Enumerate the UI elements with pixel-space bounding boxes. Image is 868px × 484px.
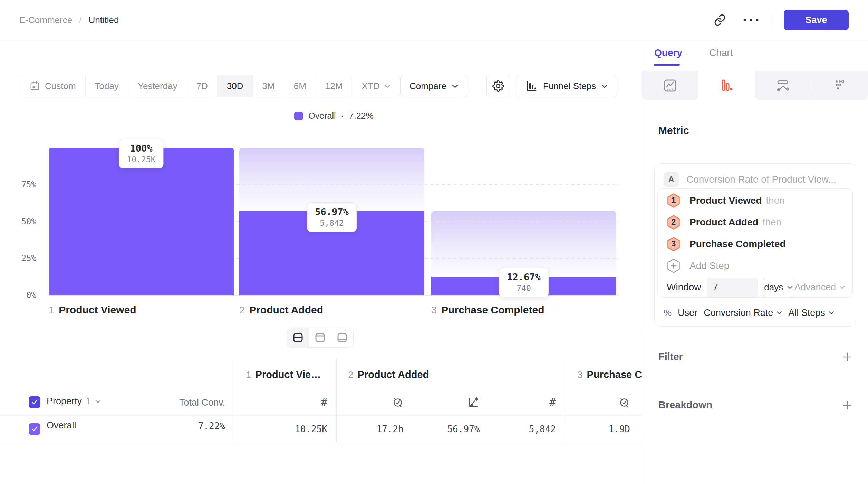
metric-header[interactable]: A Conversion Rate of Product View... bbox=[655, 164, 856, 187]
date-range-3m[interactable]: 3M bbox=[253, 75, 284, 97]
date-range-label: 12M bbox=[325, 81, 343, 91]
view-type-label: Funnel Steps bbox=[543, 81, 596, 91]
date-range-label: XTD bbox=[361, 81, 379, 91]
panel-tabs: Query Chart bbox=[654, 47, 733, 58]
date-range-custom[interactable]: Custom bbox=[20, 75, 86, 97]
row-total-conversion: 7.22% bbox=[131, 421, 225, 431]
tab-chart[interactable]: Chart bbox=[709, 47, 733, 58]
date-range-label: 6M bbox=[294, 81, 306, 91]
page-title[interactable]: Untitled bbox=[88, 15, 119, 26]
step-row-2[interactable]: 2 Product Added then bbox=[667, 211, 845, 233]
measured-metric-label: Conversion Rate bbox=[704, 308, 773, 318]
cell-step2-conversion: 56.97% bbox=[413, 424, 489, 434]
add-breakdown-button[interactable] bbox=[842, 400, 853, 411]
date-range-label: 7D bbox=[196, 81, 208, 91]
chevron-down-icon bbox=[95, 400, 101, 403]
gear-icon bbox=[492, 79, 505, 93]
measured-scope-label: All Steps bbox=[788, 308, 825, 318]
row-values-group3: 1.9D bbox=[565, 423, 640, 435]
measured-scope-dropdown[interactable]: All Steps bbox=[788, 308, 834, 318]
measured-entity[interactable]: User bbox=[678, 308, 697, 318]
funnel-bar-step-1[interactable]: 100% 10.25K bbox=[49, 148, 234, 295]
chart-type-flow[interactable] bbox=[755, 71, 812, 100]
main-content: Custom Today Yesterday 7D 30D 3M 6M 12M … bbox=[0, 40, 642, 484]
row-label: Overall bbox=[47, 420, 76, 431]
cell-step1-count: 10.25K bbox=[234, 424, 336, 434]
compare-label: Compare bbox=[409, 81, 446, 91]
dots-grid-icon bbox=[832, 78, 848, 94]
count-icon[interactable]: # bbox=[321, 396, 327, 408]
breadcrumb-project[interactable]: E-Commerce bbox=[19, 15, 72, 26]
date-range-today[interactable]: Today bbox=[86, 75, 128, 97]
select-all-checkbox[interactable] bbox=[29, 396, 40, 408]
bar-tooltip: 56.97% 5,842 bbox=[307, 202, 357, 232]
measured-as-row: % User Conversion Rate All Steps bbox=[664, 304, 849, 321]
table-group-step-2: 2 Product Added bbox=[348, 369, 429, 380]
total-conversion-header[interactable]: Total Conv. bbox=[131, 397, 225, 408]
step-label-3[interactable]: 3 Purchase Completed bbox=[431, 304, 544, 316]
group-name: Purchase Completed bbox=[587, 369, 642, 380]
time-to-convert-icon[interactable] bbox=[392, 396, 404, 408]
funnel-bar-step-2[interactable]: 56.97% 5,842 bbox=[239, 148, 424, 295]
chart-settings-button[interactable] bbox=[486, 75, 510, 97]
share-link-button[interactable] bbox=[709, 9, 731, 31]
date-range-12m[interactable]: 12M bbox=[316, 75, 353, 97]
step-label-1[interactable]: 1 Product Viewed bbox=[49, 304, 136, 316]
tooltip-percent: 56.97% bbox=[315, 206, 349, 218]
time-to-convert-icon[interactable] bbox=[618, 396, 630, 408]
ellipsis-icon bbox=[743, 18, 759, 22]
query-panel: Query Chart Metric A Conversion Rate o bbox=[642, 40, 868, 484]
date-range-xtd[interactable]: XTD bbox=[352, 75, 400, 97]
chart-legend[interactable]: Overall · 7.22% bbox=[49, 111, 619, 121]
group-index: 2 bbox=[348, 369, 354, 380]
date-range-7d[interactable]: 7D bbox=[187, 75, 218, 97]
chart-type-line[interactable] bbox=[642, 71, 698, 100]
view-type-button[interactable]: Funnel Steps bbox=[516, 75, 617, 97]
table-group-step-1: 1 Product Viewed bbox=[246, 369, 323, 380]
date-range-6m[interactable]: 6M bbox=[284, 75, 316, 97]
measured-metric-dropdown[interactable]: Conversion Rate bbox=[704, 308, 782, 318]
property-label: Property bbox=[47, 396, 82, 407]
window-unit-select[interactable]: days bbox=[763, 278, 794, 297]
conversion-window-row: Window days Advanced bbox=[667, 278, 845, 297]
step-number-badge: 1 bbox=[667, 193, 681, 208]
property-dropdown[interactable]: Property 1 bbox=[47, 396, 101, 407]
percent-icon: % bbox=[664, 308, 672, 318]
layout-chart-only-button[interactable] bbox=[309, 328, 331, 347]
add-filter-button[interactable] bbox=[842, 351, 853, 362]
add-step-hexagon-icon bbox=[667, 258, 681, 273]
step-row-3[interactable]: 3 Purchase Completed bbox=[667, 233, 845, 255]
topbar: E-Commerce / Untitled Save bbox=[0, 0, 868, 40]
tooltip-percent: 100% bbox=[127, 143, 155, 154]
cell-step2-time: 17.2h bbox=[336, 424, 413, 434]
layout-table-only-button[interactable] bbox=[331, 328, 353, 347]
funnel-analysis-app: E-Commerce / Untitled Save bbox=[0, 0, 868, 484]
more-options-button[interactable] bbox=[740, 9, 762, 31]
active-tab-underline bbox=[654, 64, 680, 66]
window-unit-label: days bbox=[764, 282, 783, 293]
compare-button[interactable]: Compare bbox=[400, 75, 467, 97]
legend-swatch bbox=[294, 112, 303, 120]
chevron-down-icon bbox=[452, 84, 458, 88]
conversion-rate-icon[interactable] bbox=[467, 396, 480, 408]
tab-query[interactable]: Query bbox=[654, 47, 682, 58]
legend-value: 7.22% bbox=[349, 111, 374, 121]
row-checkbox[interactable] bbox=[29, 423, 40, 435]
metric-badge: A bbox=[664, 172, 679, 187]
count-icon[interactable]: # bbox=[549, 396, 556, 408]
step-label-2[interactable]: 2 Product Added bbox=[239, 304, 323, 316]
date-range-label: Yesterday bbox=[138, 81, 177, 91]
save-button[interactable]: Save bbox=[784, 10, 849, 30]
step-row-1[interactable]: 1 Product Viewed then bbox=[667, 190, 845, 211]
chart-type-more[interactable] bbox=[811, 71, 868, 100]
layout-split-button[interactable] bbox=[287, 328, 309, 347]
window-value-input[interactable] bbox=[707, 278, 758, 297]
step-index: 3 bbox=[431, 304, 437, 316]
date-range-30d[interactable]: 30D bbox=[218, 75, 253, 97]
advanced-toggle[interactable]: Advanced bbox=[794, 282, 845, 293]
bar-tooltip: 12.67% 740 bbox=[499, 268, 549, 297]
date-range-yesterday[interactable]: Yesterday bbox=[128, 75, 187, 97]
chart-type-funnel[interactable] bbox=[698, 71, 755, 100]
breadcrumb-separator: / bbox=[79, 15, 81, 26]
add-step-button[interactable]: Add Step bbox=[667, 255, 845, 277]
